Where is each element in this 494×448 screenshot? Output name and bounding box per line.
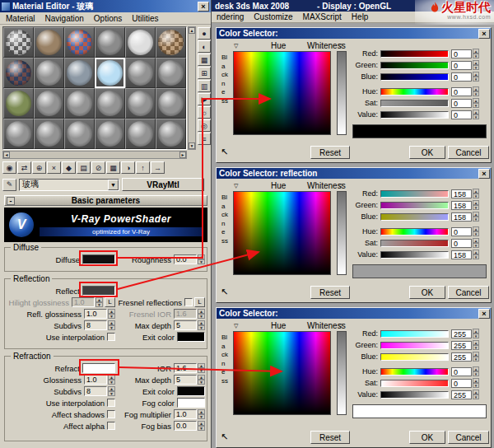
channel-slider[interactable] — [380, 213, 449, 221]
close-icon[interactable]: × — [198, 2, 209, 12]
reset-map-button[interactable]: × — [47, 161, 61, 174]
material-sample-slot-16[interactable] — [95, 88, 125, 119]
spinner-arrows-icon[interactable]: ▲▼ — [198, 254, 205, 264]
channel-value-input[interactable]: 0 — [451, 239, 472, 248]
roughness-input[interactable]: 0.0 — [174, 254, 197, 264]
background-button[interactable]: ▦ — [198, 54, 211, 66]
channel-value-input[interactable]: 158 — [451, 201, 472, 210]
material-sample-slot-2[interactable] — [34, 27, 64, 58]
fresnel-reflections-checkbox[interactable] — [184, 298, 193, 306]
main-menu-item-maxscript[interactable]: MAXScript — [298, 12, 347, 21]
dialog-titlebar[interactable]: Color Selector:× — [217, 28, 491, 39]
material-sample-slot-1[interactable] — [3, 27, 34, 58]
whiteness-strip[interactable] — [337, 51, 347, 135]
whiteness-strip[interactable] — [337, 331, 347, 415]
hue-marker-icon[interactable]: ▽ — [234, 43, 238, 49]
spinner-arrows-icon[interactable]: ▲▼ — [473, 329, 479, 338]
refraction-use-interpolation-checkbox[interactable] — [107, 399, 115, 407]
cancel-button[interactable]: Cancel — [448, 431, 489, 444]
material-sample-slot-7[interactable] — [3, 58, 34, 88]
spinner-arrows-icon[interactable]: ▲▼ — [473, 49, 479, 58]
spinner-arrows-icon[interactable]: ▲▼ — [108, 320, 115, 330]
me-menu-item-material[interactable]: Material — [1, 14, 40, 23]
scroll-right-icon[interactable]: ► — [179, 152, 186, 158]
channel-value-input[interactable]: 0 — [451, 99, 472, 108]
close-icon[interactable]: × — [478, 309, 490, 319]
material-sample-slot-12[interactable] — [156, 58, 186, 88]
ior-input[interactable]: 1.6 — [174, 363, 197, 373]
reset-button[interactable]: Reset — [310, 431, 350, 444]
fog-bias-input[interactable]: 0.0 — [174, 421, 197, 431]
hue-blackness-field[interactable] — [233, 191, 331, 275]
close-icon[interactable]: × — [478, 169, 490, 179]
backlight-button[interactable]: ◐ — [198, 40, 211, 53]
spinner-arrows-icon[interactable]: ▲▼ — [473, 352, 479, 362]
me-menu-item-options[interactable]: Options — [89, 14, 127, 23]
whiteness-marker-icon[interactable]: ▽ — [338, 183, 343, 189]
affect-shadows-checkbox[interactable] — [107, 410, 115, 418]
fresnel-ior-input[interactable]: 1.6 — [174, 309, 197, 319]
refl-glossiness-input[interactable]: 1.0 — [84, 309, 107, 319]
affect-alpha-checkbox[interactable] — [107, 422, 115, 430]
channel-slider[interactable] — [380, 342, 449, 349]
material-sample-slot-18[interactable] — [156, 88, 186, 119]
channel-slider[interactable] — [380, 228, 449, 236]
close-icon[interactable]: × — [478, 29, 490, 39]
spinner-arrows-icon[interactable]: ▲▼ — [473, 226, 479, 236]
material-sample-slot-24[interactable] — [156, 119, 186, 149]
spinner-arrows-icon[interactable]: ▲▼ — [473, 189, 479, 198]
dialog-titlebar[interactable]: Color Selector:× — [217, 308, 491, 319]
samples-horizontal-scrollbar[interactable]: ◄ ► — [2, 151, 187, 159]
reset-button[interactable]: Reset — [310, 146, 350, 159]
channel-value-input[interactable]: 0 — [451, 87, 472, 96]
material-sample-slot-13[interactable] — [3, 88, 34, 119]
refraction-max-depth-input[interactable]: 5 — [174, 375, 197, 385]
channel-slider[interactable] — [380, 240, 449, 247]
material-sample-slot-17[interactable] — [125, 88, 156, 119]
make-material-copy-button[interactable]: ◆ — [62, 161, 76, 174]
spinner-arrows-icon[interactable]: ▲▼ — [108, 309, 115, 319]
material-id-channel-button[interactable]: ⊘ — [91, 161, 105, 174]
channel-slider[interactable] — [380, 50, 449, 58]
ok-button[interactable]: OK — [409, 286, 445, 299]
scroll-down-icon[interactable]: ▼ — [189, 142, 195, 149]
material-sample-slot-23[interactable] — [125, 119, 156, 149]
channel-value-input[interactable]: 0 — [451, 379, 472, 388]
chevron-down-icon[interactable]: ▼ — [108, 180, 119, 190]
channel-slider[interactable] — [380, 368, 449, 376]
spinner-arrows-icon[interactable]: ▲▼ — [96, 297, 103, 307]
channel-value-input[interactable]: 0 — [451, 110, 472, 119]
assign-material-to-selection-button[interactable]: ⊕ — [32, 161, 46, 174]
sample-type-button[interactable]: ● — [198, 27, 211, 40]
cancel-button[interactable]: Cancel — [448, 146, 489, 159]
spinner-arrows-icon[interactable]: ▲▼ — [473, 98, 479, 108]
spinner-arrows-icon[interactable]: ▲▼ — [198, 375, 205, 385]
fresnel-lock-button[interactable]: L — [194, 297, 205, 307]
dialog-titlebar[interactable]: Color Selector: reflection× — [217, 168, 491, 179]
spinner-arrows-icon[interactable]: ▲▼ — [473, 238, 479, 248]
select-by-material-button[interactable]: ◎ — [198, 119, 211, 132]
channel-value-input[interactable]: 255 — [451, 341, 472, 350]
spinner-arrows-icon[interactable]: ▲▼ — [473, 86, 479, 96]
go-to-parent-button[interactable]: ↑ — [136, 161, 150, 174]
refraction-exit-color-swatch[interactable] — [177, 386, 205, 396]
screen-color-picker-icon[interactable]: ↖ — [221, 431, 235, 443]
reflection-use-interpolation-checkbox[interactable] — [107, 333, 115, 341]
material-sample-slot-9[interactable] — [64, 58, 95, 88]
material-sample-slot-6[interactable] — [156, 27, 186, 58]
show-map-in-viewport-button[interactable]: ▦ — [106, 161, 120, 174]
channel-slider[interactable] — [380, 380, 449, 387]
material-sample-slot-8[interactable] — [34, 58, 64, 88]
show-end-result-button[interactable]: ◑ — [121, 161, 135, 174]
material-editor-titlebar[interactable]: Material Editor - 玻璃 × — [0, 0, 211, 12]
spinner-arrows-icon[interactable]: ▲▼ — [198, 421, 205, 431]
spinner-arrows-icon[interactable]: ▲▼ — [473, 390, 479, 399]
spinner-arrows-icon[interactable]: ▲▼ — [473, 200, 479, 210]
spinner-arrows-icon[interactable]: ▲▼ — [108, 375, 115, 385]
spinner-arrows-icon[interactable]: ▲▼ — [198, 320, 205, 330]
options-button[interactable]: ☼ — [198, 106, 211, 119]
material-sample-slot-21[interactable] — [64, 119, 95, 149]
channel-slider[interactable] — [380, 111, 449, 119]
ok-button[interactable]: OK — [409, 146, 445, 159]
samples-vertical-scrollbar[interactable]: ▲ ▼ — [188, 26, 196, 150]
